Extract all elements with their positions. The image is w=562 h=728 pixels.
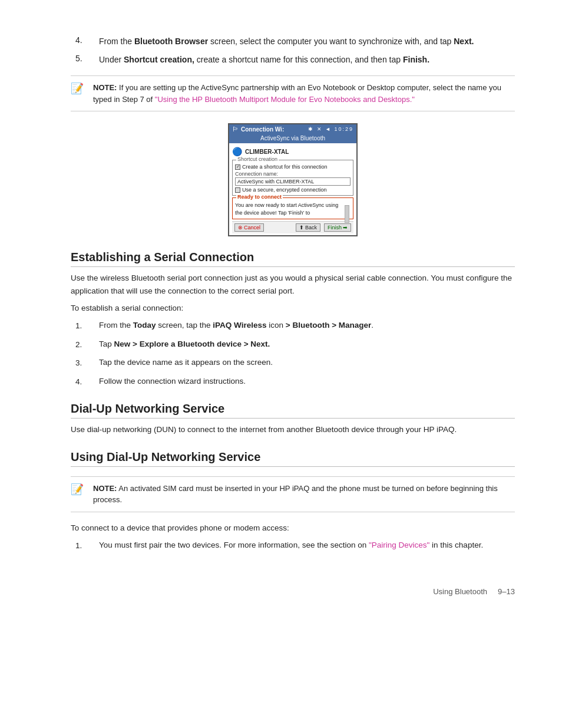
note-keyword-1: NOTE: xyxy=(93,83,117,92)
step-5-text: Under Shortcut creation, create a shortc… xyxy=(99,54,515,66)
shortcut-checkbox-label: Create a shortcut for this connection xyxy=(242,164,328,170)
back-label: Back xyxy=(305,225,317,230)
note-keyword-2: NOTE: xyxy=(93,484,117,493)
connection-name-input[interactable]: ActiveSync with CLIMBER-XTAL xyxy=(235,177,351,186)
bluetooth-device-icon: 🔵 xyxy=(232,147,242,156)
screenshot-window: 🏳 Connection Wi: ✱ ✕ ◄ 10:29 ActiveSync … xyxy=(228,123,358,236)
note-box-2: 📝 NOTE: An activated SIM card must be in… xyxy=(71,476,515,512)
footer-section: Using Bluetooth xyxy=(433,587,487,596)
win-icons-text: ✱ ✕ ◄ 10:29 xyxy=(308,126,353,132)
section3-step-1-text: You must first pair the two devices. For… xyxy=(99,539,515,552)
section1-to-establish: To establish a serial connection: xyxy=(71,302,515,315)
shortcut-creation-group: Shortcut creation ✓ Create a shortcut fo… xyxy=(232,160,353,196)
step-5-num: 5. xyxy=(75,54,99,66)
section2-body: Use dial-up networking (DUN) to connect … xyxy=(71,423,515,436)
win-subtitle-text: ActiveSync via Bluetooth xyxy=(260,135,325,141)
screenshot-container: 🏳 Connection Wi: ✱ ✕ ◄ 10:29 ActiveSync … xyxy=(71,123,515,236)
secure-checkbox[interactable] xyxy=(235,187,240,193)
shortcut-checkbox[interactable]: ✓ xyxy=(235,164,240,170)
scrollbar[interactable] xyxy=(345,205,349,223)
section1-step-4: 4. Follow the connection wizard instruct… xyxy=(75,375,515,388)
note-icon-2: 📝 xyxy=(71,483,87,496)
section2-intro: Use dial-up networking (DUN) to connect … xyxy=(71,423,515,436)
ready-text: You are now ready to start ActiveSync us… xyxy=(235,202,351,216)
ready-to-connect-group: Ready to connect You are now ready to st… xyxy=(232,197,353,219)
win-flag-icon: 🏳 xyxy=(232,126,239,133)
note-text-1: NOTE: If you are setting up the ActiveSy… xyxy=(93,82,515,105)
footer-page: 9–13 xyxy=(498,587,515,596)
step-4-num: 4. xyxy=(75,35,99,48)
win-device-name: CLIMBER-XTAL xyxy=(245,149,289,155)
section3-to-connect: To connect to a device that provides pho… xyxy=(71,522,515,535)
finish-icon: ➡ xyxy=(343,225,348,230)
section1-body: Use the wireless Bluetooth serial port c… xyxy=(71,272,515,388)
section3-body: To connect to a device that provides pho… xyxy=(71,522,515,552)
section1-step-3-text: Tap the device name as it appears on the… xyxy=(99,357,515,370)
section3-step-1: 1. You must first pair the two devices. … xyxy=(75,539,515,552)
pairing-devices-link[interactable]: "Pairing Devices" xyxy=(369,541,429,549)
section1-heading: Establishing a Serial Connection xyxy=(71,251,515,267)
step-4: 4. From the Bluetooth Browser screen, se… xyxy=(75,35,515,48)
footer-text: Using Bluetooth 9–13 xyxy=(433,587,515,596)
section1-step-4-num: 4. xyxy=(75,375,99,388)
section1-step-1-text: From the Today screen, tap the iPAQ Wire… xyxy=(99,319,515,332)
win-body: 🔵 CLIMBER-XTAL Shortcut creation ✓ Creat… xyxy=(229,143,356,235)
section1-step-1-num: 1. xyxy=(75,319,99,332)
win-footer-right: ⬆ Back Finish ➡ xyxy=(296,223,351,232)
win-status-icons: ✱ ✕ ◄ 10:29 xyxy=(308,126,353,132)
section1-step-4-text: Follow the connection wizard instruction… xyxy=(99,375,515,388)
ready-to-connect-label: Ready to connect xyxy=(236,194,283,200)
note-icon-1: 📝 xyxy=(71,82,87,95)
secure-checkbox-row: Use a secure, encrypted connection xyxy=(235,187,351,193)
section2-heading: Dial-Up Networking Service xyxy=(71,402,515,419)
finish-button[interactable]: Finish ➡ xyxy=(324,223,351,232)
note-text-2: NOTE: An activated SIM card must be inse… xyxy=(93,483,515,506)
note-box-1: 📝 NOTE: If you are setting up the Active… xyxy=(71,75,515,111)
step-5: 5. Under Shortcut creation, create a sho… xyxy=(75,54,515,66)
section1-step-1: 1. From the Today screen, tap the iPAQ W… xyxy=(75,319,515,332)
section1-step-3-num: 3. xyxy=(75,357,99,370)
section1-step-2-text: Tap New > Explore a Bluetooth device > N… xyxy=(99,338,515,351)
step-4-text: From the Bluetooth Browser screen, selec… xyxy=(99,35,515,48)
section1-step-2: 2. Tap New > Explore a Bluetooth device … xyxy=(75,338,515,351)
win-titlebar-left: 🏳 Connection Wi: xyxy=(232,126,284,133)
section1-steps: 1. From the Today screen, tap the iPAQ W… xyxy=(75,319,515,388)
finish-label: Finish xyxy=(328,225,342,230)
back-icon: ⬆ xyxy=(299,225,304,230)
win-title-text: Connection Wi: xyxy=(241,126,284,133)
win-footer: ⊗ Cancel ⬆ Back Finish ➡ xyxy=(232,221,353,233)
cancel-button[interactable]: ⊗ Cancel xyxy=(234,223,264,232)
section3-steps: 1. You must first pair the two devices. … xyxy=(75,539,515,552)
section1-intro: Use the wireless Bluetooth serial port c… xyxy=(71,272,515,297)
section1-step-3: 3. Tap the device name as it appears on … xyxy=(75,357,515,370)
page-footer: Using Bluetooth 9–13 xyxy=(71,587,515,596)
note-link-1[interactable]: "Using the HP Bluetooth Multiport Module… xyxy=(155,95,415,104)
shortcut-checkbox-row: ✓ Create a shortcut for this connection xyxy=(235,164,351,170)
cancel-label: Cancel xyxy=(244,225,260,230)
cancel-icon: ⊗ xyxy=(238,225,243,230)
win-subtitle: ActiveSync via Bluetooth xyxy=(229,134,356,143)
shortcut-creation-label: Shortcut creation xyxy=(236,156,279,162)
section3-step-1-num: 1. xyxy=(75,539,99,552)
back-button[interactable]: ⬆ Back xyxy=(296,223,320,232)
section3-heading: Using Dial-Up Networking Service xyxy=(71,450,515,467)
connection-name-label: Connection name: xyxy=(235,171,351,177)
section1-step-2-num: 2. xyxy=(75,338,99,351)
shortcut-creation-content: ✓ Create a shortcut for this connection … xyxy=(235,164,351,193)
win-titlebar: 🏳 Connection Wi: ✱ ✕ ◄ 10:29 xyxy=(229,124,356,134)
secure-checkbox-label: Use a secure, encrypted connection xyxy=(242,187,327,193)
